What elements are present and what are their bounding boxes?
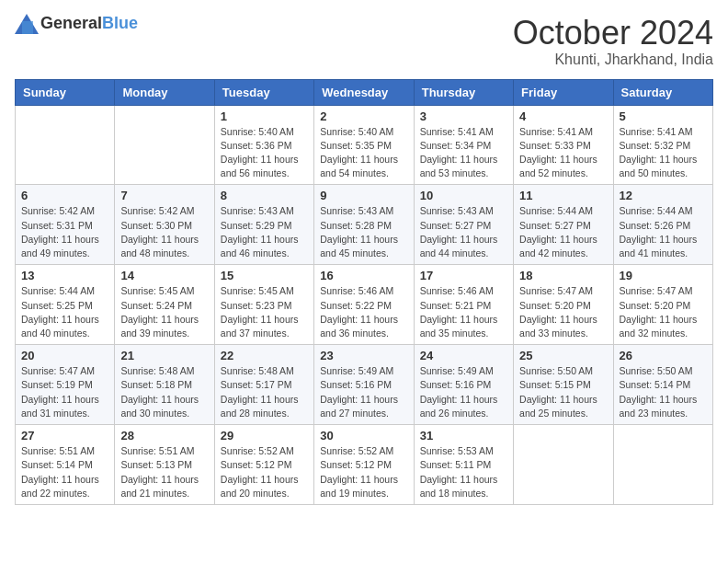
calendar-cell: 6Sunrise: 5:42 AMSunset: 5:31 PMDaylight… (16, 185, 115, 265)
day-info: Sunrise: 5:46 AMSunset: 5:21 PMDaylight:… (420, 284, 507, 340)
location-title: Khunti, Jharkhand, India (513, 52, 713, 68)
day-number: 30 (320, 429, 407, 442)
day-info: Sunrise: 5:44 AMSunset: 5:26 PMDaylight:… (620, 204, 707, 260)
weekday-header-wednesday: Wednesday (314, 79, 414, 105)
calendar-cell: 10Sunrise: 5:43 AMSunset: 5:27 PMDayligh… (414, 185, 513, 265)
day-info: Sunrise: 5:43 AMSunset: 5:27 PMDaylight:… (420, 204, 507, 260)
day-number: 8 (221, 189, 308, 202)
page-header: GeneralBlue October 2024 Khunti, Jharkha… (15, 15, 713, 68)
calendar-cell: 30Sunrise: 5:52 AMSunset: 5:12 PMDayligh… (314, 425, 414, 505)
calendar-cell: 25Sunrise: 5:50 AMSunset: 5:15 PMDayligh… (514, 345, 613, 425)
calendar-cell (613, 425, 712, 505)
calendar-cell: 2Sunrise: 5:40 AMSunset: 5:35 PMDaylight… (314, 105, 414, 185)
calendar-cell (16, 105, 115, 185)
calendar-cell: 22Sunrise: 5:48 AMSunset: 5:17 PMDayligh… (214, 345, 313, 425)
calendar-cell: 16Sunrise: 5:46 AMSunset: 5:22 PMDayligh… (314, 265, 414, 345)
calendar-cell: 7Sunrise: 5:42 AMSunset: 5:30 PMDaylight… (115, 185, 214, 265)
day-number: 14 (120, 269, 208, 282)
calendar-week-1: 1Sunrise: 5:40 AMSunset: 5:36 PMDaylight… (16, 105, 713, 185)
day-info: Sunrise: 5:52 AMSunset: 5:12 PMDaylight:… (320, 444, 407, 500)
day-info: Sunrise: 5:47 AMSunset: 5:19 PMDaylight:… (21, 364, 108, 420)
day-info: Sunrise: 5:48 AMSunset: 5:17 PMDaylight:… (221, 364, 308, 420)
calendar-week-5: 27Sunrise: 5:51 AMSunset: 5:14 PMDayligh… (16, 425, 713, 505)
day-number: 28 (120, 429, 208, 442)
day-info: Sunrise: 5:40 AMSunset: 5:36 PMDaylight:… (221, 125, 308, 181)
day-number: 31 (420, 429, 507, 442)
calendar-cell: 27Sunrise: 5:51 AMSunset: 5:14 PMDayligh… (16, 425, 115, 505)
day-info: Sunrise: 5:48 AMSunset: 5:18 PMDaylight:… (120, 364, 208, 420)
day-info: Sunrise: 5:45 AMSunset: 5:24 PMDaylight:… (120, 284, 208, 340)
day-info: Sunrise: 5:50 AMSunset: 5:14 PMDaylight:… (620, 364, 707, 420)
day-number: 1 (221, 109, 308, 123)
day-info: Sunrise: 5:41 AMSunset: 5:34 PMDaylight:… (420, 125, 507, 181)
day-info: Sunrise: 5:44 AMSunset: 5:25 PMDaylight:… (21, 284, 108, 340)
month-title: October 2024 (513, 15, 713, 52)
calendar-cell: 21Sunrise: 5:48 AMSunset: 5:18 PMDayligh… (115, 345, 214, 425)
day-info: Sunrise: 5:50 AMSunset: 5:15 PMDaylight:… (519, 364, 607, 420)
calendar-week-3: 13Sunrise: 5:44 AMSunset: 5:25 PMDayligh… (16, 265, 713, 345)
calendar-cell: 29Sunrise: 5:52 AMSunset: 5:12 PMDayligh… (214, 425, 313, 505)
day-info: Sunrise: 5:42 AMSunset: 5:31 PMDaylight:… (21, 204, 108, 260)
day-info: Sunrise: 5:46 AMSunset: 5:22 PMDaylight:… (320, 284, 407, 340)
day-info: Sunrise: 5:53 AMSunset: 5:11 PMDaylight:… (420, 444, 507, 500)
day-info: Sunrise: 5:51 AMSunset: 5:14 PMDaylight:… (21, 444, 108, 500)
day-number: 13 (21, 269, 108, 282)
weekday-header-monday: Monday (115, 79, 214, 105)
day-info: Sunrise: 5:44 AMSunset: 5:27 PMDaylight:… (519, 204, 607, 260)
day-number: 3 (420, 109, 507, 123)
day-number: 16 (320, 269, 407, 282)
calendar-cell: 31Sunrise: 5:53 AMSunset: 5:11 PMDayligh… (414, 425, 513, 505)
calendar-week-2: 6Sunrise: 5:42 AMSunset: 5:31 PMDaylight… (16, 185, 713, 265)
calendar-table: SundayMondayTuesdayWednesdayThursdayFrid… (15, 79, 713, 505)
calendar-cell: 12Sunrise: 5:44 AMSunset: 5:26 PMDayligh… (613, 185, 712, 265)
day-number: 7 (120, 189, 208, 202)
weekday-header-sunday: Sunday (16, 79, 115, 105)
day-info: Sunrise: 5:41 AMSunset: 5:32 PMDaylight:… (620, 125, 707, 181)
day-info: Sunrise: 5:45 AMSunset: 5:23 PMDaylight:… (221, 284, 308, 340)
logo: GeneralBlue (15, 15, 138, 32)
logo-general-text: General (40, 14, 102, 32)
day-number: 5 (620, 109, 707, 123)
day-number: 17 (420, 269, 507, 282)
day-number: 25 (519, 349, 607, 362)
day-info: Sunrise: 5:41 AMSunset: 5:33 PMDaylight:… (519, 125, 607, 181)
day-number: 10 (420, 189, 507, 202)
day-info: Sunrise: 5:40 AMSunset: 5:35 PMDaylight:… (320, 125, 407, 181)
calendar-cell: 17Sunrise: 5:46 AMSunset: 5:21 PMDayligh… (414, 265, 513, 345)
day-info: Sunrise: 5:42 AMSunset: 5:30 PMDaylight:… (120, 204, 208, 260)
day-number: 22 (221, 349, 308, 362)
logo-icon (15, 14, 37, 32)
day-number: 29 (221, 429, 308, 442)
weekday-header-thursday: Thursday (414, 79, 513, 105)
calendar-cell: 23Sunrise: 5:49 AMSunset: 5:16 PMDayligh… (314, 345, 414, 425)
day-number: 21 (120, 349, 208, 362)
calendar-cell (115, 105, 214, 185)
weekday-header-saturday: Saturday (613, 79, 712, 105)
day-number: 11 (519, 189, 607, 202)
calendar-cell: 8Sunrise: 5:43 AMSunset: 5:29 PMDaylight… (214, 185, 313, 265)
logo-blue-text: Blue (102, 14, 138, 32)
calendar-cell: 5Sunrise: 5:41 AMSunset: 5:32 PMDaylight… (613, 105, 712, 185)
day-number: 4 (519, 109, 607, 123)
title-block: October 2024 Khunti, Jharkhand, India (513, 15, 713, 68)
day-number: 24 (420, 349, 507, 362)
day-info: Sunrise: 5:49 AMSunset: 5:16 PMDaylight:… (420, 364, 507, 420)
calendar-cell: 19Sunrise: 5:47 AMSunset: 5:20 PMDayligh… (613, 265, 712, 345)
day-number: 19 (620, 269, 707, 282)
calendar-cell: 4Sunrise: 5:41 AMSunset: 5:33 PMDaylight… (514, 105, 613, 185)
calendar-cell: 28Sunrise: 5:51 AMSunset: 5:13 PMDayligh… (115, 425, 214, 505)
calendar-cell: 24Sunrise: 5:49 AMSunset: 5:16 PMDayligh… (414, 345, 513, 425)
calendar-cell: 14Sunrise: 5:45 AMSunset: 5:24 PMDayligh… (115, 265, 214, 345)
day-number: 9 (320, 189, 407, 202)
day-number: 15 (221, 269, 308, 282)
day-number: 20 (21, 349, 108, 362)
day-number: 6 (21, 189, 108, 202)
calendar-week-4: 20Sunrise: 5:47 AMSunset: 5:19 PMDayligh… (16, 345, 713, 425)
calendar-cell: 13Sunrise: 5:44 AMSunset: 5:25 PMDayligh… (16, 265, 115, 345)
calendar-cell: 15Sunrise: 5:45 AMSunset: 5:23 PMDayligh… (214, 265, 313, 345)
day-number: 18 (519, 269, 607, 282)
day-number: 26 (620, 349, 707, 362)
calendar-cell (514, 425, 613, 505)
calendar-cell: 1Sunrise: 5:40 AMSunset: 5:36 PMDaylight… (214, 105, 313, 185)
day-info: Sunrise: 5:51 AMSunset: 5:13 PMDaylight:… (120, 444, 208, 500)
